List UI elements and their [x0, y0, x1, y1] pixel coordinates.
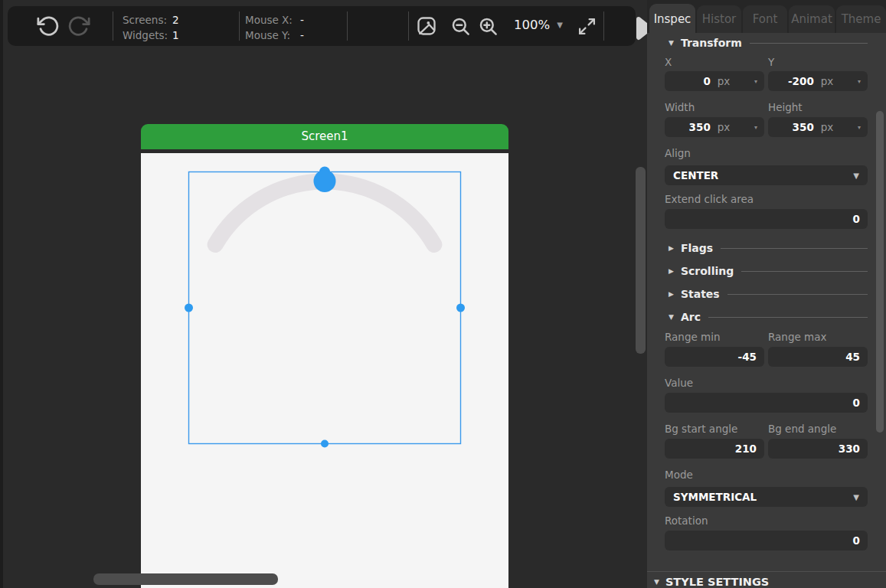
widgets-count-label: Widgets:: [123, 28, 172, 43]
section-rule: [750, 43, 868, 44]
canvas-vertical-scrollbar[interactable]: [636, 167, 646, 354]
y-input[interactable]: -200 px ▾: [768, 71, 868, 91]
range-max-input[interactable]: 45: [768, 347, 868, 367]
image-icon[interactable]: [416, 15, 437, 37]
zoom-out-icon[interactable]: [450, 16, 471, 37]
tab-inspector[interactable]: Inspec: [649, 4, 695, 33]
unit-dropdown-icon[interactable]: ▾: [754, 124, 757, 131]
screens-count-value: 2: [172, 14, 179, 26]
selection-box: [189, 172, 461, 444]
widgets-count-value: 1: [172, 29, 179, 41]
resize-handle-left[interactable]: [185, 304, 193, 312]
zoom-level-value: 100%: [514, 18, 550, 32]
collapse-icon: ▼: [669, 313, 674, 321]
zoom-caret-icon: ▼: [557, 21, 563, 29]
project-stats: Screens:2 Widgets:1: [123, 12, 179, 43]
range-min-label: Range min: [665, 331, 764, 343]
toolbar-separator: [603, 11, 604, 41]
x-label: X: [665, 56, 764, 68]
screens-count-label: Screens:: [123, 12, 172, 28]
mouse-x-value: -: [300, 14, 304, 26]
section-rule: [727, 294, 868, 295]
tab-font[interactable]: Font: [743, 5, 787, 33]
section-scrolling[interactable]: ▶ Scrolling: [669, 265, 868, 277]
screen-tab[interactable]: Screen1: [141, 124, 508, 149]
section-rule: [741, 271, 868, 272]
rotation-label: Rotation: [665, 514, 868, 527]
section-style-settings[interactable]: ▼ STYLE SETTINGS: [654, 576, 769, 588]
arc-knob[interactable]: [314, 170, 336, 192]
section-arc[interactable]: ▼ Arc: [669, 311, 868, 323]
mouse-y-label: Mouse Y:: [245, 28, 300, 43]
width-label: Width: [665, 101, 764, 113]
x-input[interactable]: 0 px ▾: [665, 71, 764, 91]
mode-dropdown[interactable]: SYMMETRICAL ▼: [665, 487, 868, 507]
design-canvas[interactable]: [141, 153, 508, 588]
inspector-panel: Inspec Histor Font Animat Theme ▼ Transf…: [647, 0, 886, 588]
y-label: Y: [768, 56, 868, 68]
resize-handle-right[interactable]: [456, 304, 465, 312]
value-label: Value: [665, 377, 868, 389]
tab-animations[interactable]: Animat: [789, 5, 835, 33]
fullscreen-icon[interactable]: [577, 17, 597, 36]
collapse-icon: ▶: [669, 267, 674, 275]
toolbar-separator: [113, 11, 113, 41]
app-window: Screens:2 Widgets:1 Mouse X:- Mouse Y:- …: [0, 0, 886, 588]
align-dropdown[interactable]: CENTER ▼: [665, 165, 868, 185]
mouse-position: Mouse X:- Mouse Y:-: [245, 12, 304, 43]
unit-dropdown-icon[interactable]: ▾: [754, 78, 757, 85]
dropdown-caret-icon: ▼: [853, 493, 859, 501]
collapse-icon: ▶: [669, 290, 674, 298]
tab-history[interactable]: Histor: [697, 5, 741, 33]
panel-scrollbar[interactable]: [876, 111, 884, 433]
unit-dropdown-icon[interactable]: ▾: [858, 124, 861, 131]
rotation-input[interactable]: 0: [665, 531, 868, 550]
top-toolbar: Screens:2 Widgets:1 Mouse X:- Mouse Y:- …: [8, 6, 636, 46]
redo-icon[interactable]: [67, 15, 90, 38]
width-input[interactable]: 350 px ▾: [665, 117, 764, 137]
bg-end-angle-input[interactable]: 330: [768, 439, 868, 459]
toolbar-separator: [347, 11, 348, 41]
section-rule: [708, 317, 868, 318]
resize-handle-bottom[interactable]: [321, 440, 329, 448]
range-max-label: Range max: [768, 331, 868, 343]
value-input[interactable]: 0: [665, 393, 868, 413]
zoom-in-icon[interactable]: [478, 16, 499, 37]
mouse-x-label: Mouse X:: [245, 12, 300, 28]
inspector-body: ▼ Transform X Y 0 px ▾ -200 px ▾: [647, 33, 886, 588]
canvas-horizontal-scrollbar[interactable]: [93, 573, 278, 585]
extend-click-area-input[interactable]: 0: [665, 209, 868, 229]
unit-dropdown-icon[interactable]: ▾: [858, 78, 861, 85]
bg-start-angle-input[interactable]: 210: [665, 439, 764, 459]
collapse-icon: ▼: [669, 39, 674, 47]
bg-start-angle-label: Bg start angle: [665, 423, 764, 435]
toolbar-separator: [239, 11, 240, 41]
height-input[interactable]: 350 px ▾: [768, 117, 868, 137]
panel-tabbar: Inspec Histor Font Animat Theme: [647, 0, 886, 33]
undo-icon[interactable]: [37, 15, 60, 38]
extend-click-area-label: Extend click area: [665, 193, 868, 205]
collapse-icon: ▶: [669, 244, 674, 252]
section-transform[interactable]: ▼ Transform: [669, 37, 868, 49]
height-label: Height: [768, 101, 868, 113]
range-min-input[interactable]: -45: [665, 347, 764, 367]
align-label: Align: [665, 147, 868, 159]
panel-divider: [647, 571, 886, 572]
collapse-icon: ▼: [654, 578, 659, 586]
section-states[interactable]: ▶ States: [669, 288, 868, 300]
left-panel-edge: [0, 0, 3, 588]
bg-end-angle-label: Bg end angle: [768, 423, 868, 435]
toolbar-separator: [408, 11, 409, 41]
mouse-y-value: -: [300, 29, 304, 41]
mode-label: Mode: [665, 469, 868, 481]
tab-theme[interactable]: Theme: [836, 5, 886, 33]
screen-title: Screen1: [301, 129, 348, 143]
zoom-level-dropdown[interactable]: 100% ▼: [514, 18, 563, 32]
section-flags[interactable]: ▶ Flags: [669, 242, 868, 254]
dropdown-caret-icon: ▼: [853, 172, 859, 180]
section-rule: [721, 248, 868, 249]
